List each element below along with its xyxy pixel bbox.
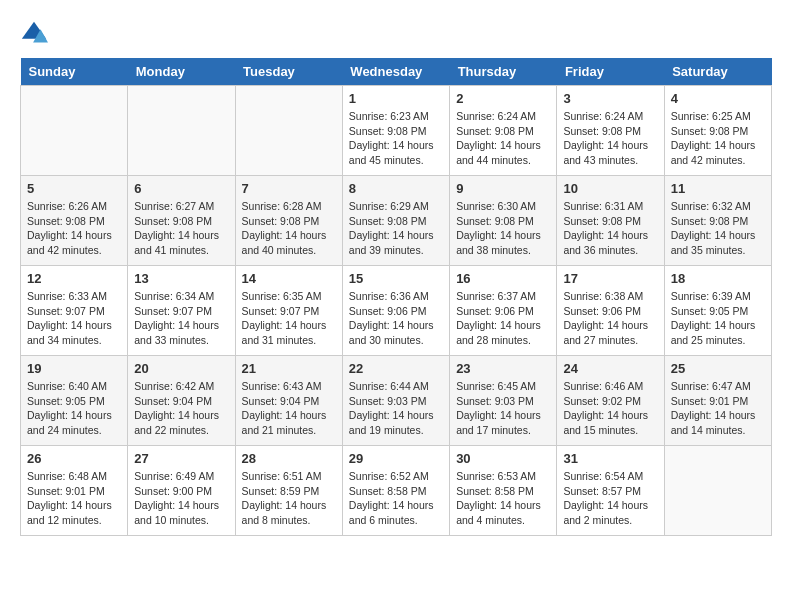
day-number: 13 [134,271,228,286]
day-info: Sunrise: 6:25 AM Sunset: 9:08 PM Dayligh… [671,109,765,168]
day-number: 23 [456,361,550,376]
calendar-cell: 3Sunrise: 6:24 AM Sunset: 9:08 PM Daylig… [557,86,664,176]
weekday-header-saturday: Saturday [664,58,771,86]
calendar-week-5: 26Sunrise: 6:48 AM Sunset: 9:01 PM Dayli… [21,446,772,536]
calendar-week-3: 12Sunrise: 6:33 AM Sunset: 9:07 PM Dayli… [21,266,772,356]
day-number: 17 [563,271,657,286]
calendar-cell: 2Sunrise: 6:24 AM Sunset: 9:08 PM Daylig… [450,86,557,176]
logo-icon [20,20,48,48]
weekday-header-monday: Monday [128,58,235,86]
calendar-cell: 17Sunrise: 6:38 AM Sunset: 9:06 PM Dayli… [557,266,664,356]
calendar-cell: 11Sunrise: 6:32 AM Sunset: 9:08 PM Dayli… [664,176,771,266]
day-number: 24 [563,361,657,376]
day-number: 20 [134,361,228,376]
calendar-cell: 5Sunrise: 6:26 AM Sunset: 9:08 PM Daylig… [21,176,128,266]
day-number: 21 [242,361,336,376]
day-info: Sunrise: 6:34 AM Sunset: 9:07 PM Dayligh… [134,289,228,348]
day-info: Sunrise: 6:47 AM Sunset: 9:01 PM Dayligh… [671,379,765,438]
day-info: Sunrise: 6:24 AM Sunset: 9:08 PM Dayligh… [456,109,550,168]
day-number: 5 [27,181,121,196]
calendar-cell: 18Sunrise: 6:39 AM Sunset: 9:05 PM Dayli… [664,266,771,356]
day-number: 4 [671,91,765,106]
weekday-header-thursday: Thursday [450,58,557,86]
weekday-header-row: SundayMondayTuesdayWednesdayThursdayFrid… [21,58,772,86]
day-info: Sunrise: 6:29 AM Sunset: 9:08 PM Dayligh… [349,199,443,258]
calendar-cell: 15Sunrise: 6:36 AM Sunset: 9:06 PM Dayli… [342,266,449,356]
day-info: Sunrise: 6:27 AM Sunset: 9:08 PM Dayligh… [134,199,228,258]
day-info: Sunrise: 6:52 AM Sunset: 8:58 PM Dayligh… [349,469,443,528]
day-number: 31 [563,451,657,466]
day-info: Sunrise: 6:33 AM Sunset: 9:07 PM Dayligh… [27,289,121,348]
calendar-cell [664,446,771,536]
day-info: Sunrise: 6:45 AM Sunset: 9:03 PM Dayligh… [456,379,550,438]
calendar-cell: 6Sunrise: 6:27 AM Sunset: 9:08 PM Daylig… [128,176,235,266]
calendar-cell: 16Sunrise: 6:37 AM Sunset: 9:06 PM Dayli… [450,266,557,356]
day-info: Sunrise: 6:38 AM Sunset: 9:06 PM Dayligh… [563,289,657,348]
calendar-cell [21,86,128,176]
day-info: Sunrise: 6:51 AM Sunset: 8:59 PM Dayligh… [242,469,336,528]
calendar-cell: 14Sunrise: 6:35 AM Sunset: 9:07 PM Dayli… [235,266,342,356]
day-number: 6 [134,181,228,196]
day-number: 26 [27,451,121,466]
calendar-cell: 8Sunrise: 6:29 AM Sunset: 9:08 PM Daylig… [342,176,449,266]
day-info: Sunrise: 6:48 AM Sunset: 9:01 PM Dayligh… [27,469,121,528]
calendar-cell: 4Sunrise: 6:25 AM Sunset: 9:08 PM Daylig… [664,86,771,176]
weekday-header-sunday: Sunday [21,58,128,86]
day-info: Sunrise: 6:44 AM Sunset: 9:03 PM Dayligh… [349,379,443,438]
day-info: Sunrise: 6:36 AM Sunset: 9:06 PM Dayligh… [349,289,443,348]
calendar-cell: 27Sunrise: 6:49 AM Sunset: 9:00 PM Dayli… [128,446,235,536]
calendar-week-1: 1Sunrise: 6:23 AM Sunset: 9:08 PM Daylig… [21,86,772,176]
calendar-cell: 9Sunrise: 6:30 AM Sunset: 9:08 PM Daylig… [450,176,557,266]
day-info: Sunrise: 6:42 AM Sunset: 9:04 PM Dayligh… [134,379,228,438]
calendar-week-2: 5Sunrise: 6:26 AM Sunset: 9:08 PM Daylig… [21,176,772,266]
weekday-header-wednesday: Wednesday [342,58,449,86]
day-info: Sunrise: 6:23 AM Sunset: 9:08 PM Dayligh… [349,109,443,168]
calendar-cell: 21Sunrise: 6:43 AM Sunset: 9:04 PM Dayli… [235,356,342,446]
calendar-cell: 26Sunrise: 6:48 AM Sunset: 9:01 PM Dayli… [21,446,128,536]
day-number: 12 [27,271,121,286]
day-info: Sunrise: 6:43 AM Sunset: 9:04 PM Dayligh… [242,379,336,438]
calendar-cell: 29Sunrise: 6:52 AM Sunset: 8:58 PM Dayli… [342,446,449,536]
calendar-cell: 28Sunrise: 6:51 AM Sunset: 8:59 PM Dayli… [235,446,342,536]
day-number: 9 [456,181,550,196]
calendar-week-4: 19Sunrise: 6:40 AM Sunset: 9:05 PM Dayli… [21,356,772,446]
weekday-header-tuesday: Tuesday [235,58,342,86]
day-info: Sunrise: 6:46 AM Sunset: 9:02 PM Dayligh… [563,379,657,438]
day-number: 18 [671,271,765,286]
day-number: 7 [242,181,336,196]
day-number: 25 [671,361,765,376]
calendar-table: SundayMondayTuesdayWednesdayThursdayFrid… [20,58,772,536]
day-info: Sunrise: 6:30 AM Sunset: 9:08 PM Dayligh… [456,199,550,258]
day-number: 11 [671,181,765,196]
day-number: 2 [456,91,550,106]
calendar-cell: 25Sunrise: 6:47 AM Sunset: 9:01 PM Dayli… [664,356,771,446]
calendar-cell: 23Sunrise: 6:45 AM Sunset: 9:03 PM Dayli… [450,356,557,446]
day-info: Sunrise: 6:37 AM Sunset: 9:06 PM Dayligh… [456,289,550,348]
day-number: 28 [242,451,336,466]
day-info: Sunrise: 6:28 AM Sunset: 9:08 PM Dayligh… [242,199,336,258]
calendar-cell: 7Sunrise: 6:28 AM Sunset: 9:08 PM Daylig… [235,176,342,266]
day-info: Sunrise: 6:26 AM Sunset: 9:08 PM Dayligh… [27,199,121,258]
day-info: Sunrise: 6:40 AM Sunset: 9:05 PM Dayligh… [27,379,121,438]
day-number: 19 [27,361,121,376]
calendar-cell: 22Sunrise: 6:44 AM Sunset: 9:03 PM Dayli… [342,356,449,446]
calendar-cell: 30Sunrise: 6:53 AM Sunset: 8:58 PM Dayli… [450,446,557,536]
calendar-cell: 20Sunrise: 6:42 AM Sunset: 9:04 PM Dayli… [128,356,235,446]
day-info: Sunrise: 6:49 AM Sunset: 9:00 PM Dayligh… [134,469,228,528]
day-number: 10 [563,181,657,196]
calendar-cell: 13Sunrise: 6:34 AM Sunset: 9:07 PM Dayli… [128,266,235,356]
day-number: 27 [134,451,228,466]
day-info: Sunrise: 6:32 AM Sunset: 9:08 PM Dayligh… [671,199,765,258]
day-info: Sunrise: 6:35 AM Sunset: 9:07 PM Dayligh… [242,289,336,348]
day-number: 29 [349,451,443,466]
day-number: 15 [349,271,443,286]
day-number: 30 [456,451,550,466]
logo [20,20,52,48]
day-number: 1 [349,91,443,106]
day-number: 3 [563,91,657,106]
day-info: Sunrise: 6:39 AM Sunset: 9:05 PM Dayligh… [671,289,765,348]
day-info: Sunrise: 6:31 AM Sunset: 9:08 PM Dayligh… [563,199,657,258]
calendar-cell: 31Sunrise: 6:54 AM Sunset: 8:57 PM Dayli… [557,446,664,536]
calendar-cell [235,86,342,176]
calendar-cell: 1Sunrise: 6:23 AM Sunset: 9:08 PM Daylig… [342,86,449,176]
